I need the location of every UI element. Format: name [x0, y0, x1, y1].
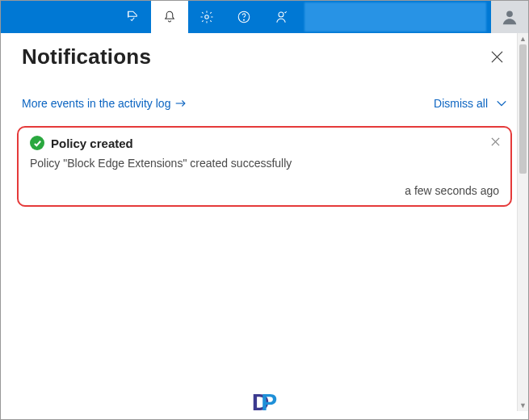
chevron-down-icon: [496, 98, 507, 109]
notification-item: Policy created Policy "Block Edge Extens…: [17, 126, 512, 207]
top-bar: [1, 1, 528, 33]
svg-point-3: [279, 12, 283, 17]
scroll-thumb[interactable]: [519, 44, 527, 174]
arrow-right-icon: [175, 99, 187, 108]
settings-gear-icon[interactable]: [188, 1, 225, 33]
panel-links: More events in the activity log Dismiss …: [1, 78, 528, 121]
vertical-scrollbar[interactable]: ▲ ▼: [517, 33, 528, 411]
close-panel-button[interactable]: [486, 47, 507, 68]
page-title: Notifications: [22, 44, 151, 69]
feedback-icon[interactable]: [262, 1, 300, 33]
notifications-header: Notifications: [1, 33, 528, 78]
user-avatar[interactable]: [491, 1, 528, 33]
svg-point-2: [244, 19, 245, 20]
svg-point-4: [506, 10, 513, 17]
dismiss-all-label: Dismiss all: [434, 97, 488, 110]
svg-point-0: [205, 15, 209, 19]
scroll-down-arrow[interactable]: ▼: [518, 400, 528, 411]
redacted-region: [304, 2, 486, 32]
scroll-up-arrow[interactable]: ▲: [518, 33, 528, 44]
notification-body: Policy "Block Edge Extensions" created s…: [30, 157, 499, 170]
notifications-bell-icon[interactable]: [151, 1, 188, 33]
dismiss-notification-button[interactable]: [488, 134, 502, 149]
notification-title: Policy created: [51, 136, 133, 150]
brand-logo: D P: [252, 388, 278, 416]
more-events-label: More events in the activity log: [22, 97, 170, 110]
more-events-link[interactable]: More events in the activity log: [22, 97, 187, 110]
help-icon[interactable]: [225, 1, 262, 33]
dismiss-all-button[interactable]: Dismiss all: [434, 97, 507, 110]
diagnostics-icon[interactable]: [114, 1, 151, 33]
success-check-icon: [30, 136, 44, 150]
notification-timestamp: a few seconds ago: [30, 184, 499, 197]
